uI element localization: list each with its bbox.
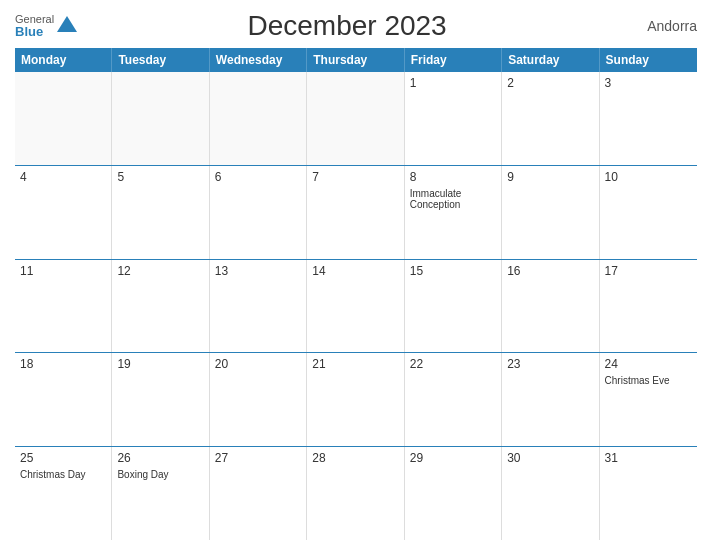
logo-text: General Blue [15, 13, 54, 39]
calendar-row-2: 4 5 6 7 8 Immaculate Conception 9 [15, 166, 697, 260]
day-number: 21 [312, 357, 398, 371]
cell-dec-1: 1 [405, 72, 502, 165]
event-immaculate-conception: Immaculate Conception [410, 188, 496, 210]
day-number: 31 [605, 451, 692, 465]
cell-dec-22: 22 [405, 353, 502, 446]
day-number: 29 [410, 451, 496, 465]
calendar-body: 1 2 3 4 5 6 [15, 72, 697, 540]
header-tuesday: Tuesday [112, 48, 209, 72]
day-number: 26 [117, 451, 203, 465]
cell-dec-14: 14 [307, 260, 404, 353]
day-number: 15 [410, 264, 496, 278]
cell-dec-26: 26 Boxing Day [112, 447, 209, 540]
calendar-page: General Blue December 2023 Andorra Monda… [0, 0, 712, 550]
cell-dec-2: 2 [502, 72, 599, 165]
cell-dec-25: 25 Christmas Day [15, 447, 112, 540]
cell-dec-3: 3 [600, 72, 697, 165]
day-number: 24 [605, 357, 692, 371]
cell-dec-23: 23 [502, 353, 599, 446]
day-number: 11 [20, 264, 106, 278]
day-number: 3 [605, 76, 692, 90]
logo: General Blue [15, 13, 77, 39]
header-sunday: Sunday [600, 48, 697, 72]
event-christmas-day: Christmas Day [20, 469, 106, 480]
day-number: 12 [117, 264, 203, 278]
header-friday: Friday [405, 48, 502, 72]
cell-dec-18: 18 [15, 353, 112, 446]
cell-dec-11: 11 [15, 260, 112, 353]
day-number: 10 [605, 170, 692, 184]
day-number: 18 [20, 357, 106, 371]
day-number: 14 [312, 264, 398, 278]
day-number: 1 [410, 76, 496, 90]
day-number: 16 [507, 264, 593, 278]
cell-dec-15: 15 [405, 260, 502, 353]
header-monday: Monday [15, 48, 112, 72]
cell-dec-4: 4 [15, 166, 112, 259]
day-number: 20 [215, 357, 301, 371]
day-number: 19 [117, 357, 203, 371]
day-number: 5 [117, 170, 203, 184]
cell-dec-31: 31 [600, 447, 697, 540]
cell-dec-16: 16 [502, 260, 599, 353]
calendar-row-4: 18 19 20 21 22 23 24 C [15, 353, 697, 447]
event-boxing-day: Boxing Day [117, 469, 203, 480]
day-number: 25 [20, 451, 106, 465]
calendar-row-3: 11 12 13 14 15 16 17 [15, 260, 697, 354]
region-label: Andorra [617, 18, 697, 34]
calendar-row-5: 25 Christmas Day 26 Boxing Day 27 28 29 [15, 447, 697, 540]
cell-dec-12: 12 [112, 260, 209, 353]
cell-dec-17: 17 [600, 260, 697, 353]
cell-dec-7: 7 [307, 166, 404, 259]
logo-triangle-icon [57, 16, 77, 32]
logo-blue-label: Blue [15, 25, 54, 39]
day-number: 7 [312, 170, 398, 184]
day-number: 2 [507, 76, 593, 90]
cell-dec-24: 24 Christmas Eve [600, 353, 697, 446]
day-number: 28 [312, 451, 398, 465]
cell-dec-30: 30 [502, 447, 599, 540]
cell-empty-1 [15, 72, 112, 165]
day-number: 13 [215, 264, 301, 278]
cell-dec-5: 5 [112, 166, 209, 259]
cell-empty-3 [210, 72, 307, 165]
header-saturday: Saturday [502, 48, 599, 72]
day-number: 8 [410, 170, 496, 184]
day-number: 4 [20, 170, 106, 184]
cell-dec-29: 29 [405, 447, 502, 540]
cell-dec-13: 13 [210, 260, 307, 353]
cell-dec-19: 19 [112, 353, 209, 446]
calendar-title: December 2023 [77, 10, 617, 42]
day-number: 6 [215, 170, 301, 184]
header-thursday: Thursday [307, 48, 404, 72]
cell-dec-28: 28 [307, 447, 404, 540]
page-header: General Blue December 2023 Andorra [15, 10, 697, 42]
header-wednesday: Wednesday [210, 48, 307, 72]
cell-empty-2 [112, 72, 209, 165]
cell-dec-6: 6 [210, 166, 307, 259]
day-number: 17 [605, 264, 692, 278]
day-number: 23 [507, 357, 593, 371]
calendar-header: Monday Tuesday Wednesday Thursday Friday… [15, 48, 697, 72]
cell-dec-20: 20 [210, 353, 307, 446]
cell-dec-27: 27 [210, 447, 307, 540]
cell-dec-10: 10 [600, 166, 697, 259]
cell-dec-21: 21 [307, 353, 404, 446]
calendar-row-1: 1 2 3 [15, 72, 697, 166]
cell-empty-4 [307, 72, 404, 165]
event-christmas-eve: Christmas Eve [605, 375, 692, 386]
day-number: 27 [215, 451, 301, 465]
calendar: Monday Tuesday Wednesday Thursday Friday… [15, 48, 697, 540]
day-number: 30 [507, 451, 593, 465]
cell-dec-8: 8 Immaculate Conception [405, 166, 502, 259]
day-number: 9 [507, 170, 593, 184]
day-number: 22 [410, 357, 496, 371]
cell-dec-9: 9 [502, 166, 599, 259]
